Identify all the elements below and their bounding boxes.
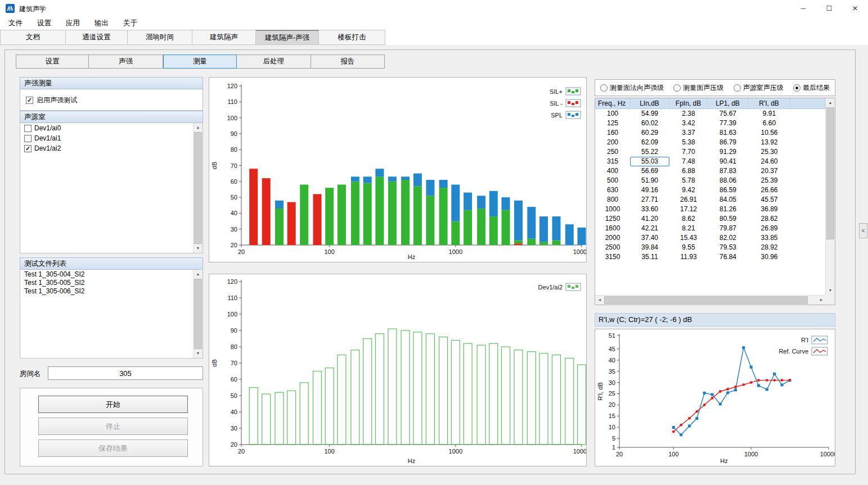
table-row[interactable]: 100033.6017.1281.2636.89: [595, 205, 835, 214]
table-header-3[interactable]: LP1, dB: [708, 98, 748, 108]
table-cell[interactable]: 20.37: [748, 166, 790, 176]
test-file-item-0[interactable]: Test 1_305-004_SI2: [20, 270, 193, 278]
table-cell[interactable]: 90.41: [708, 157, 748, 166]
table-row[interactable]: 31555.037.4890.4124.60: [595, 157, 835, 166]
table-cell[interactable]: 84.05: [708, 195, 748, 205]
table-cell[interactable]: [790, 157, 825, 166]
main-tab-0[interactable]: 文档: [0, 30, 66, 45]
table-cell[interactable]: 160: [595, 128, 630, 138]
radio-button-icon[interactable]: [793, 84, 800, 92]
table-cell[interactable]: 11.93: [669, 252, 708, 262]
table-header-0[interactable]: Freq., Hz: [595, 98, 630, 108]
enable-si-checkbox-row[interactable]: ✓ 启用声强测试: [20, 89, 203, 105]
radio-button-icon[interactable]: [600, 84, 608, 92]
menu-item-4[interactable]: 关于: [116, 17, 145, 30]
channel-list-scrollbar[interactable]: ▲ ▼: [193, 123, 203, 253]
scrollbar-thumb[interactable]: [826, 107, 834, 239]
table-cell[interactable]: [790, 119, 825, 128]
scroll-down-icon[interactable]: ▼: [826, 286, 835, 295]
table-cell[interactable]: 9.42: [669, 185, 708, 195]
table-cell[interactable]: 500: [595, 176, 630, 185]
radio-button-icon[interactable]: [673, 84, 681, 92]
table-cell[interactable]: [790, 128, 825, 138]
test-file-item-2[interactable]: Test 1_305-006_SI2: [20, 287, 193, 295]
table-cell[interactable]: 1600: [595, 224, 630, 233]
table-cell[interactable]: [790, 233, 825, 243]
table-cell[interactable]: 55.03: [630, 157, 669, 166]
table-cell[interactable]: 36.89: [748, 205, 790, 214]
table-cell[interactable]: 76.84: [708, 252, 748, 262]
scrollbar-thumb[interactable]: [194, 132, 202, 244]
table-cell[interactable]: 200: [595, 138, 630, 147]
minimize-button[interactable]: ─: [790, 0, 816, 17]
table-cell[interactable]: 3150: [595, 252, 630, 262]
table-cell[interactable]: [790, 147, 825, 157]
scroll-down-icon[interactable]: ▼: [194, 244, 203, 253]
table-header-5[interactable]: [790, 98, 825, 108]
table-cell[interactable]: [790, 205, 825, 214]
table-cell[interactable]: 28.62: [748, 214, 790, 224]
table-cell[interactable]: 87.83: [708, 166, 748, 176]
table-cell[interactable]: 630: [595, 185, 630, 195]
channel-item-1[interactable]: Dev1/ai1: [20, 133, 193, 143]
table-cell[interactable]: 26.89: [748, 224, 790, 233]
scroll-left-icon[interactable]: ◄: [595, 296, 604, 305]
table-cell[interactable]: 54.99: [630, 109, 669, 119]
table-cell[interactable]: [790, 109, 825, 119]
table-cell[interactable]: 2000: [595, 233, 630, 243]
table-cell[interactable]: 56.69: [630, 166, 669, 176]
table-cell[interactable]: [790, 195, 825, 205]
table-cell[interactable]: 17.12: [669, 205, 708, 214]
table-cell[interactable]: 8.21: [669, 224, 708, 233]
table-cell[interactable]: 80.59: [708, 214, 748, 224]
collapse-panel-handle[interactable]: <: [859, 223, 867, 238]
table-cell[interactable]: 15.43: [669, 233, 708, 243]
table-cell[interactable]: 26.91: [669, 195, 708, 205]
scroll-down-icon[interactable]: ▼: [194, 349, 203, 358]
table-header-4[interactable]: R'I, dB: [748, 98, 790, 108]
table-cell[interactable]: [790, 243, 825, 252]
table-cell[interactable]: 62.09: [630, 138, 669, 147]
table-cell[interactable]: 125: [595, 119, 630, 128]
result-view-radio-1[interactable]: 测量面声压级: [673, 83, 723, 93]
test-file-item-1[interactable]: Test 1_305-005_SI2: [20, 278, 193, 287]
table-cell[interactable]: 9.55: [669, 243, 708, 252]
table-cell[interactable]: 75.67: [708, 109, 748, 119]
main-tab-3[interactable]: 建筑隔声: [192, 30, 256, 45]
scroll-up-icon[interactable]: ▲: [194, 270, 203, 279]
table-cell[interactable]: 7.48: [669, 157, 708, 166]
scrollbar-thumb[interactable]: [194, 279, 202, 349]
table-cell[interactable]: 25.30: [748, 147, 790, 157]
table-cell[interactable]: 5.78: [669, 176, 708, 185]
table-cell[interactable]: 800: [595, 195, 630, 205]
scroll-up-icon[interactable]: ▲: [826, 98, 835, 107]
main-tab-1[interactable]: 通道设置: [66, 30, 128, 45]
table-row[interactable]: 80027.7126.9184.0545.57: [595, 195, 835, 205]
table-row[interactable]: 25055.227.7091.2925.30: [595, 147, 835, 157]
table-cell[interactable]: 27.71: [630, 195, 669, 205]
sub-tab-2[interactable]: 测量: [163, 55, 237, 69]
table-cell[interactable]: 1000: [595, 205, 630, 214]
table-cell[interactable]: 315: [595, 157, 630, 166]
main-tab-2[interactable]: 混响时间: [128, 30, 192, 45]
table-cell[interactable]: 41.20: [630, 214, 669, 224]
table-cell[interactable]: 2500: [595, 243, 630, 252]
table-cell[interactable]: 8.62: [669, 214, 708, 224]
close-button[interactable]: ✕: [842, 0, 868, 17]
table-cell[interactable]: 86.79: [708, 138, 748, 147]
table-cell[interactable]: [790, 224, 825, 233]
table-row[interactable]: 16060.293.3781.6310.56: [595, 128, 835, 138]
main-tab-5[interactable]: 楼板打击: [319, 30, 385, 45]
table-vertical-scrollbar[interactable]: ▲ ▼: [825, 98, 835, 295]
table-cell[interactable]: 88.06: [708, 176, 748, 185]
room-name-input[interactable]: [48, 366, 203, 380]
table-cell[interactable]: 81.26: [708, 205, 748, 214]
scroll-right-icon[interactable]: ►: [817, 296, 826, 305]
scrollbar-thumb[interactable]: [604, 296, 808, 304]
table-cell[interactable]: [790, 176, 825, 185]
table-header-2[interactable]: FpIn, dB: [669, 98, 708, 108]
table-row[interactable]: 160042.218.2179.8726.89: [595, 224, 835, 233]
table-cell[interactable]: 81.63: [708, 128, 748, 138]
table-cell[interactable]: 3.37: [669, 128, 708, 138]
table-cell[interactable]: 86.59: [708, 185, 748, 195]
